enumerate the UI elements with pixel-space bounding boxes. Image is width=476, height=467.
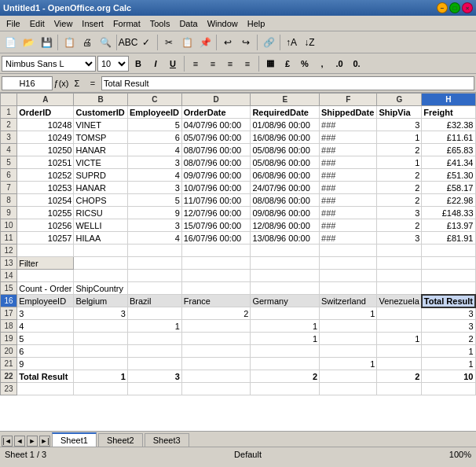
cell-d22[interactable]	[181, 370, 251, 383]
row-num-21[interactable]: 21	[1, 358, 17, 370]
row-num-19[interactable]: 19	[1, 333, 17, 345]
cell-c18[interactable]: 1	[127, 320, 181, 333]
cell-c15[interactable]	[127, 282, 181, 295]
cell-b4[interactable]: HANAR	[74, 144, 127, 156]
cell-e4[interactable]: 05/08/96 00:00	[251, 144, 320, 156]
copy-button[interactable]: 📋	[178, 34, 196, 51]
cell-g3[interactable]: 1	[377, 131, 422, 144]
cell-c21[interactable]	[127, 358, 181, 370]
cell-g16[interactable]: Venezuela	[377, 295, 422, 307]
col-header-g[interactable]: G	[377, 94, 422, 106]
row-num-23[interactable]: 23	[1, 383, 17, 395]
cell-g5[interactable]: 1	[377, 156, 422, 169]
sort-asc-button[interactable]: ↑A	[283, 34, 300, 51]
cell-b20[interactable]	[74, 345, 127, 358]
tab-sheet2[interactable]: Sheet2	[98, 433, 143, 447]
cell-h15[interactable]	[422, 282, 475, 295]
row-num-16[interactable]: 16	[1, 295, 17, 307]
cell-e1[interactable]: RequiredDate	[251, 106, 320, 119]
autocorrect-button[interactable]: ✓	[137, 34, 155, 51]
cell-d20[interactable]	[181, 345, 251, 358]
menu-file[interactable]: File	[2, 17, 25, 30]
cell-b22[interactable]: 1	[74, 370, 127, 383]
cell-d2[interactable]: 04/07/96 00:00	[181, 119, 251, 131]
col-header-e[interactable]: E	[251, 94, 320, 106]
cell-b10[interactable]: WELLI	[74, 219, 127, 232]
maximize-button[interactable]: □	[449, 2, 460, 13]
cell-a21[interactable]: 9	[17, 358, 74, 370]
cell-b11[interactable]: HILAA	[74, 232, 127, 245]
row-num-18[interactable]: 18	[1, 320, 17, 333]
cell-g10[interactable]: 2	[377, 219, 422, 232]
cell-reference-input[interactable]	[2, 76, 53, 90]
cell-c5[interactable]: 3	[127, 156, 181, 169]
cell-c8[interactable]: 5	[127, 194, 181, 207]
cell-d8[interactable]: 11/07/96 00:00	[181, 194, 251, 207]
col-header-f[interactable]: F	[320, 94, 377, 106]
row-num-6[interactable]: 6	[1, 169, 17, 182]
align-center-button[interactable]: ≡	[205, 56, 221, 72]
cell-c13[interactable]	[127, 257, 181, 270]
cell-e3[interactable]: 16/08/96 00:00	[251, 131, 320, 144]
row-num-22[interactable]: 22	[1, 370, 17, 383]
cell-b1[interactable]: CustomerID	[74, 106, 127, 119]
cell-c9[interactable]: 9	[127, 207, 181, 219]
cell-g22[interactable]: 2	[377, 370, 422, 383]
cell-e21[interactable]	[251, 358, 320, 370]
cell-d6[interactable]: 09/07/96 00:00	[181, 169, 251, 182]
menu-insert[interactable]: Insert	[77, 17, 108, 30]
cell-b18[interactable]	[74, 320, 127, 333]
cell-f4[interactable]: ###	[320, 144, 377, 156]
cell-a9[interactable]: 10255	[17, 207, 74, 219]
cell-b9[interactable]: RICSU	[74, 207, 127, 219]
cell-e7[interactable]: 24/07/96 00:00	[251, 182, 320, 194]
cell-b16[interactable]: Belgium	[74, 295, 127, 307]
col-header-a[interactable]: A	[17, 94, 74, 106]
cell-a10[interactable]: 10256	[17, 219, 74, 232]
cell-h14[interactable]	[422, 270, 475, 282]
cell-h18[interactable]: 3	[422, 320, 475, 333]
cell-f5[interactable]: ###	[320, 156, 377, 169]
cell-h17[interactable]: 3	[422, 307, 475, 320]
cell-h7[interactable]: £58.17	[422, 182, 475, 194]
bold-button[interactable]: B	[130, 56, 146, 72]
cell-f23[interactable]	[320, 383, 377, 395]
row-num-4[interactable]: 4	[1, 144, 17, 156]
cell-c14[interactable]	[127, 270, 181, 282]
cell-d19[interactable]	[181, 333, 251, 345]
cell-d18[interactable]	[181, 320, 251, 333]
row-num-11[interactable]: 11	[1, 232, 17, 245]
formula-input[interactable]	[101, 76, 474, 90]
cell-b2[interactable]: VINET	[74, 119, 127, 131]
cell-c2[interactable]: 5	[127, 119, 181, 131]
cell-e20[interactable]	[251, 345, 320, 358]
cell-f2[interactable]: ###	[320, 119, 377, 131]
cut-button[interactable]: ✂	[160, 34, 178, 51]
cell-g18[interactable]	[377, 320, 422, 333]
cell-e6[interactable]: 06/08/96 00:00	[251, 169, 320, 182]
cell-c4[interactable]: 4	[127, 144, 181, 156]
cell-c3[interactable]: 6	[127, 131, 181, 144]
menu-help[interactable]: Help	[243, 17, 270, 30]
tab-nav-prev[interactable]: ◄	[14, 436, 25, 447]
cell-b5[interactable]: VICTE	[74, 156, 127, 169]
underline-button[interactable]: U	[165, 56, 181, 72]
cell-g11[interactable]: 3	[377, 232, 422, 245]
tab-nav-next[interactable]: ►	[27, 436, 38, 447]
cell-g1[interactable]: ShipVia	[377, 106, 422, 119]
cell-f8[interactable]: ###	[320, 194, 377, 207]
cell-g6[interactable]: 2	[377, 169, 422, 182]
hyperlink-button[interactable]: 🔗	[260, 34, 277, 51]
cell-h21[interactable]: 1	[422, 358, 475, 370]
cell-d3[interactable]: 05/07/96 00:00	[181, 131, 251, 144]
tab-sheet1[interactable]: Sheet1	[52, 432, 97, 447]
row-num-7[interactable]: 7	[1, 182, 17, 194]
cell-f22[interactable]	[320, 370, 377, 383]
cell-c19[interactable]	[127, 333, 181, 345]
cell-d9[interactable]: 12/07/96 00:00	[181, 207, 251, 219]
cell-h9[interactable]: £148.33	[422, 207, 475, 219]
cell-g13[interactable]	[377, 257, 422, 270]
cell-h12[interactable]	[422, 245, 475, 257]
cell-c11[interactable]: 4	[127, 232, 181, 245]
cell-h20[interactable]: 1	[422, 345, 475, 358]
